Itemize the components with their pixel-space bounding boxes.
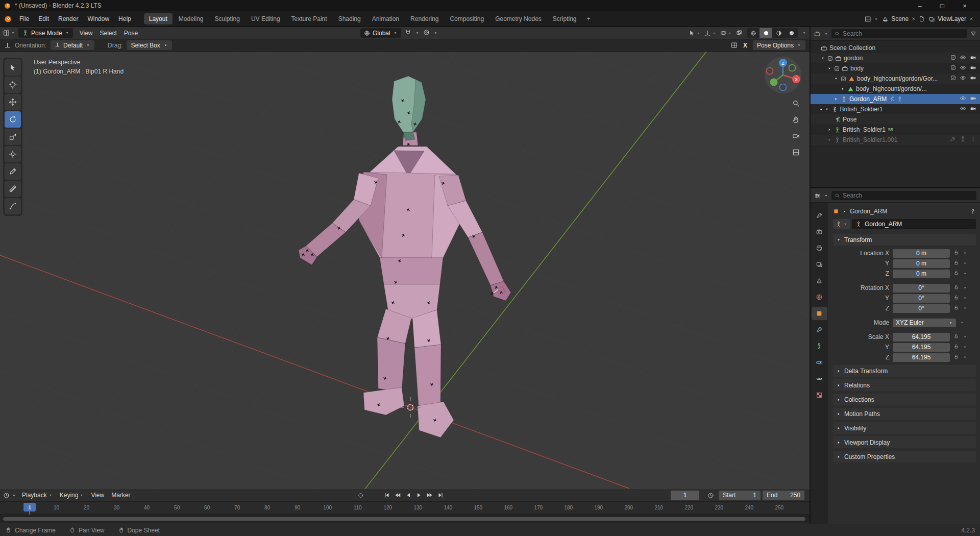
animate-dot[interactable] xyxy=(963,344,967,351)
animate-dot[interactable] xyxy=(963,284,967,291)
properties-tab-view-layer[interactable] xyxy=(812,258,827,271)
pose-options-dropdown[interactable]: Pose Options xyxy=(753,40,805,50)
properties-tab-texture[interactable] xyxy=(812,388,827,402)
checkbox-toggle[interactable] xyxy=(950,75,956,82)
eye-toggle[interactable] xyxy=(960,54,966,62)
timeline-ruler[interactable]: 1 11020304050607080901001101201301401501… xyxy=(0,502,810,515)
figure-toggle[interactable] xyxy=(960,136,966,144)
properties-tab-modifiers[interactable] xyxy=(812,323,827,336)
eye-toggle[interactable] xyxy=(960,95,966,103)
workspace-tab-shading[interactable]: Shading xyxy=(333,13,366,25)
workspace-tab-texture-paint[interactable]: Texture Paint xyxy=(286,13,332,25)
tool-cursor[interactable] xyxy=(5,77,21,93)
camera-toggle[interactable] xyxy=(970,105,976,113)
transform-section-header[interactable]: Transform xyxy=(833,234,976,246)
frame-start-field[interactable]: Start 1 xyxy=(719,491,761,500)
current-frame-field[interactable]: 1 xyxy=(671,491,699,500)
frame-end-field[interactable]: End 250 xyxy=(763,491,804,500)
xray-button[interactable] xyxy=(736,30,743,36)
workspace-tab-compositing[interactable]: Compositing xyxy=(445,13,489,25)
tool-tweak[interactable] xyxy=(5,59,21,76)
view-layer-selector[interactable]: ViewLayer xyxy=(928,15,974,22)
animate-dot[interactable] xyxy=(963,270,967,277)
animate-dot[interactable] xyxy=(963,250,967,257)
workspace-tab-scripting[interactable]: Scripting xyxy=(548,13,582,25)
outliner-row-british-soldier1-001[interactable]: British_Soldier1.001 xyxy=(811,135,980,145)
workspace-tab-sculpting[interactable]: Sculpting xyxy=(210,13,245,25)
shading-wireframe-button[interactable] xyxy=(747,28,760,38)
screen-layout-button[interactable] xyxy=(865,16,878,22)
viewport-menu-pose[interactable]: Pose xyxy=(120,30,141,37)
breadcrumb-object[interactable]: Gordon_ARM xyxy=(850,208,887,215)
section-custom-properties[interactable]: Custom Properties xyxy=(833,451,976,462)
lock-toggle[interactable] xyxy=(953,333,959,340)
workspace-tab-uv-editing[interactable]: UV Editing xyxy=(246,13,285,25)
zoom-button[interactable] xyxy=(792,100,800,109)
mirror-x-toggle[interactable]: X xyxy=(742,42,748,49)
eye-toggle[interactable] xyxy=(960,105,966,113)
menu-edit[interactable]: Edit xyxy=(34,13,54,25)
viewport-canvas[interactable] xyxy=(0,52,810,489)
outliner-row-scene-collection[interactable]: Scene Collection xyxy=(811,43,980,53)
snap-toggle[interactable] xyxy=(405,29,411,37)
properties-tab-world[interactable] xyxy=(812,290,827,304)
camera-toggle[interactable] xyxy=(970,95,976,103)
timeline-menu-keying[interactable]: Keying xyxy=(56,492,88,499)
properties-tab-output[interactable] xyxy=(812,241,827,255)
id-type-button[interactable] xyxy=(833,219,850,229)
shading-rendered-button[interactable] xyxy=(785,28,798,38)
play-reverse-button[interactable] xyxy=(403,491,413,500)
animate-dot[interactable] xyxy=(960,319,964,326)
animate-dot[interactable] xyxy=(963,260,967,267)
dots-toggle[interactable] xyxy=(970,136,976,144)
menu-file[interactable]: File xyxy=(15,13,34,25)
workspace-tab-modeling[interactable]: Modeling xyxy=(174,13,209,25)
transform-value-field[interactable]: 0° xyxy=(893,294,950,303)
outliner-row-body-highcount-gordon-gor-[interactable]: body_highcount/gordon/Gor... xyxy=(811,74,980,84)
lock-toggle[interactable] xyxy=(953,270,959,277)
outliner-row-gordon[interactable]: gordon xyxy=(811,53,980,63)
outliner-row-british-soldier1[interactable]: •British_Soldier1 xyxy=(811,104,980,114)
properties-tab-tool[interactable] xyxy=(812,209,827,222)
properties-tab-physics[interactable] xyxy=(812,356,827,369)
transform-value-field[interactable]: 0 m xyxy=(893,249,950,258)
animate-dot[interactable] xyxy=(963,333,967,340)
minimize-button[interactable]: – xyxy=(909,0,931,11)
gizmos-button[interactable] xyxy=(704,30,716,36)
transform-value-field[interactable]: 64.195 xyxy=(893,343,950,352)
transform-value-field[interactable]: XYZ Euler xyxy=(893,319,956,327)
navigation-gizmo[interactable]: Z X xyxy=(764,56,802,94)
blender-menu-icon[interactable] xyxy=(4,15,12,23)
workspace-tab-geometry-nodes[interactable]: Geometry Nodes xyxy=(490,13,547,25)
hand-button[interactable] xyxy=(792,116,800,125)
section-motion-paths[interactable]: Motion Paths xyxy=(833,408,976,420)
lock-toggle[interactable] xyxy=(953,354,959,361)
section-relations[interactable]: Relations xyxy=(833,379,976,391)
transform-value-field[interactable]: 64.195 xyxy=(893,353,950,362)
tool-rotate[interactable] xyxy=(5,111,21,128)
tool-measure[interactable] xyxy=(5,181,21,197)
shading-material-button[interactable] xyxy=(772,28,785,38)
overlays-button[interactable] xyxy=(720,30,732,36)
eye-toggle[interactable] xyxy=(960,64,966,72)
workspace-tab-animation[interactable]: Animation xyxy=(367,13,404,25)
camera-toggle[interactable] xyxy=(970,54,976,62)
mode-dropdown[interactable]: Pose Mode xyxy=(18,28,73,38)
timeline-menu-view[interactable]: View xyxy=(87,492,108,499)
outliner-row-body-highcount-gordon-[interactable]: body_highcount/gordon/... xyxy=(811,84,980,94)
tool-scale[interactable] xyxy=(5,129,21,145)
shading-solid-button[interactable] xyxy=(760,28,772,38)
proportional-editing-toggle[interactable] xyxy=(423,29,430,37)
properties-search-input[interactable]: Search xyxy=(831,191,976,200)
orientation-dropdown[interactable]: Default xyxy=(51,40,94,50)
properties-tab-object[interactable] xyxy=(812,307,827,320)
workspace-tab-rendering[interactable]: Rendering xyxy=(405,13,444,25)
outliner-row-gordon-arm[interactable]: Gordon_ARM xyxy=(811,94,980,104)
section-viewport-display[interactable]: Viewport Display xyxy=(833,436,976,448)
section-visibility[interactable]: Visibility xyxy=(833,422,976,434)
grid-button[interactable] xyxy=(792,149,800,158)
eye-toggle[interactable] xyxy=(960,75,966,83)
workspace-tab-layout[interactable]: Layout xyxy=(144,13,173,25)
animate-dot[interactable] xyxy=(963,305,967,312)
outliner-row-british-soldier1[interactable]: British_Soldier155 xyxy=(811,125,980,135)
